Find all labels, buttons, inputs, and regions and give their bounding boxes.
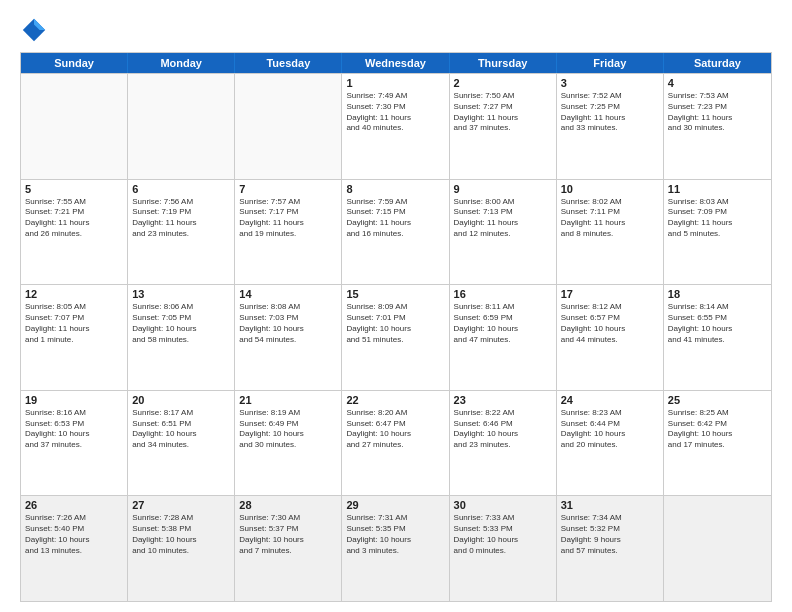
day-number: 6 xyxy=(132,183,230,195)
cell-info: Sunrise: 7:52 AM Sunset: 7:25 PM Dayligh… xyxy=(561,91,659,134)
day-number: 22 xyxy=(346,394,444,406)
calendar-cell: 19Sunrise: 8:16 AM Sunset: 6:53 PM Dayli… xyxy=(21,391,128,496)
cell-info: Sunrise: 7:30 AM Sunset: 5:37 PM Dayligh… xyxy=(239,513,337,556)
day-number: 21 xyxy=(239,394,337,406)
calendar-cell: 20Sunrise: 8:17 AM Sunset: 6:51 PM Dayli… xyxy=(128,391,235,496)
calendar-cell: 15Sunrise: 8:09 AM Sunset: 7:01 PM Dayli… xyxy=(342,285,449,390)
cell-info: Sunrise: 7:34 AM Sunset: 5:32 PM Dayligh… xyxy=(561,513,659,556)
cell-info: Sunrise: 7:33 AM Sunset: 5:33 PM Dayligh… xyxy=(454,513,552,556)
calendar-cell: 10Sunrise: 8:02 AM Sunset: 7:11 PM Dayli… xyxy=(557,180,664,285)
day-number: 20 xyxy=(132,394,230,406)
cell-info: Sunrise: 8:25 AM Sunset: 6:42 PM Dayligh… xyxy=(668,408,767,451)
calendar-cell xyxy=(664,496,771,601)
calendar-cell: 22Sunrise: 8:20 AM Sunset: 6:47 PM Dayli… xyxy=(342,391,449,496)
calendar-body: 1Sunrise: 7:49 AM Sunset: 7:30 PM Daylig… xyxy=(21,73,771,601)
calendar-cell xyxy=(128,74,235,179)
calendar-cell: 11Sunrise: 8:03 AM Sunset: 7:09 PM Dayli… xyxy=(664,180,771,285)
day-number: 28 xyxy=(239,499,337,511)
day-number: 4 xyxy=(668,77,767,89)
calendar-cell: 17Sunrise: 8:12 AM Sunset: 6:57 PM Dayli… xyxy=(557,285,664,390)
cell-info: Sunrise: 7:31 AM Sunset: 5:35 PM Dayligh… xyxy=(346,513,444,556)
cell-info: Sunrise: 8:06 AM Sunset: 7:05 PM Dayligh… xyxy=(132,302,230,345)
logo-icon xyxy=(20,16,48,44)
calendar-cell xyxy=(21,74,128,179)
cell-info: Sunrise: 8:16 AM Sunset: 6:53 PM Dayligh… xyxy=(25,408,123,451)
calendar-row-4: 26Sunrise: 7:26 AM Sunset: 5:40 PM Dayli… xyxy=(21,495,771,601)
cell-info: Sunrise: 7:56 AM Sunset: 7:19 PM Dayligh… xyxy=(132,197,230,240)
day-number: 18 xyxy=(668,288,767,300)
cell-info: Sunrise: 8:22 AM Sunset: 6:46 PM Dayligh… xyxy=(454,408,552,451)
header-day-sunday: Sunday xyxy=(21,53,128,73)
calendar-header: SundayMondayTuesdayWednesdayThursdayFrid… xyxy=(21,53,771,73)
cell-info: Sunrise: 7:53 AM Sunset: 7:23 PM Dayligh… xyxy=(668,91,767,134)
cell-info: Sunrise: 7:49 AM Sunset: 7:30 PM Dayligh… xyxy=(346,91,444,134)
calendar-cell: 9Sunrise: 8:00 AM Sunset: 7:13 PM Daylig… xyxy=(450,180,557,285)
day-number: 5 xyxy=(25,183,123,195)
cell-info: Sunrise: 7:50 AM Sunset: 7:27 PM Dayligh… xyxy=(454,91,552,134)
cell-info: Sunrise: 8:19 AM Sunset: 6:49 PM Dayligh… xyxy=(239,408,337,451)
cell-info: Sunrise: 8:09 AM Sunset: 7:01 PM Dayligh… xyxy=(346,302,444,345)
header-day-thursday: Thursday xyxy=(450,53,557,73)
calendar-cell: 21Sunrise: 8:19 AM Sunset: 6:49 PM Dayli… xyxy=(235,391,342,496)
calendar-cell: 31Sunrise: 7:34 AM Sunset: 5:32 PM Dayli… xyxy=(557,496,664,601)
cell-info: Sunrise: 8:20 AM Sunset: 6:47 PM Dayligh… xyxy=(346,408,444,451)
cell-info: Sunrise: 8:03 AM Sunset: 7:09 PM Dayligh… xyxy=(668,197,767,240)
day-number: 1 xyxy=(346,77,444,89)
calendar-cell: 1Sunrise: 7:49 AM Sunset: 7:30 PM Daylig… xyxy=(342,74,449,179)
day-number: 9 xyxy=(454,183,552,195)
calendar-cell: 25Sunrise: 8:25 AM Sunset: 6:42 PM Dayli… xyxy=(664,391,771,496)
logo xyxy=(20,16,52,44)
day-number: 23 xyxy=(454,394,552,406)
calendar-cell: 3Sunrise: 7:52 AM Sunset: 7:25 PM Daylig… xyxy=(557,74,664,179)
day-number: 29 xyxy=(346,499,444,511)
day-number: 19 xyxy=(25,394,123,406)
cell-info: Sunrise: 7:26 AM Sunset: 5:40 PM Dayligh… xyxy=(25,513,123,556)
day-number: 25 xyxy=(668,394,767,406)
calendar-cell: 27Sunrise: 7:28 AM Sunset: 5:38 PM Dayli… xyxy=(128,496,235,601)
cell-info: Sunrise: 7:57 AM Sunset: 7:17 PM Dayligh… xyxy=(239,197,337,240)
calendar-row-3: 19Sunrise: 8:16 AM Sunset: 6:53 PM Dayli… xyxy=(21,390,771,496)
cell-info: Sunrise: 8:14 AM Sunset: 6:55 PM Dayligh… xyxy=(668,302,767,345)
day-number: 11 xyxy=(668,183,767,195)
cell-info: Sunrise: 8:08 AM Sunset: 7:03 PM Dayligh… xyxy=(239,302,337,345)
day-number: 27 xyxy=(132,499,230,511)
calendar-cell: 6Sunrise: 7:56 AM Sunset: 7:19 PM Daylig… xyxy=(128,180,235,285)
calendar-row-1: 5Sunrise: 7:55 AM Sunset: 7:21 PM Daylig… xyxy=(21,179,771,285)
calendar: SundayMondayTuesdayWednesdayThursdayFrid… xyxy=(20,52,772,602)
day-number: 15 xyxy=(346,288,444,300)
day-number: 13 xyxy=(132,288,230,300)
day-number: 17 xyxy=(561,288,659,300)
day-number: 12 xyxy=(25,288,123,300)
day-number: 14 xyxy=(239,288,337,300)
calendar-cell: 24Sunrise: 8:23 AM Sunset: 6:44 PM Dayli… xyxy=(557,391,664,496)
calendar-cell: 14Sunrise: 8:08 AM Sunset: 7:03 PM Dayli… xyxy=(235,285,342,390)
day-number: 16 xyxy=(454,288,552,300)
calendar-cell: 12Sunrise: 8:05 AM Sunset: 7:07 PM Dayli… xyxy=(21,285,128,390)
calendar-cell: 5Sunrise: 7:55 AM Sunset: 7:21 PM Daylig… xyxy=(21,180,128,285)
header-day-saturday: Saturday xyxy=(664,53,771,73)
calendar-cell: 29Sunrise: 7:31 AM Sunset: 5:35 PM Dayli… xyxy=(342,496,449,601)
header-day-tuesday: Tuesday xyxy=(235,53,342,73)
calendar-cell: 26Sunrise: 7:26 AM Sunset: 5:40 PM Dayli… xyxy=(21,496,128,601)
calendar-cell: 18Sunrise: 8:14 AM Sunset: 6:55 PM Dayli… xyxy=(664,285,771,390)
cell-info: Sunrise: 8:02 AM Sunset: 7:11 PM Dayligh… xyxy=(561,197,659,240)
calendar-row-0: 1Sunrise: 7:49 AM Sunset: 7:30 PM Daylig… xyxy=(21,73,771,179)
cell-info: Sunrise: 7:59 AM Sunset: 7:15 PM Dayligh… xyxy=(346,197,444,240)
calendar-cell: 16Sunrise: 8:11 AM Sunset: 6:59 PM Dayli… xyxy=(450,285,557,390)
day-number: 30 xyxy=(454,499,552,511)
day-number: 2 xyxy=(454,77,552,89)
day-number: 7 xyxy=(239,183,337,195)
day-number: 3 xyxy=(561,77,659,89)
header-day-friday: Friday xyxy=(557,53,664,73)
day-number: 10 xyxy=(561,183,659,195)
calendar-cell: 13Sunrise: 8:06 AM Sunset: 7:05 PM Dayli… xyxy=(128,285,235,390)
calendar-cell: 4Sunrise: 7:53 AM Sunset: 7:23 PM Daylig… xyxy=(664,74,771,179)
calendar-cell: 7Sunrise: 7:57 AM Sunset: 7:17 PM Daylig… xyxy=(235,180,342,285)
calendar-row-2: 12Sunrise: 8:05 AM Sunset: 7:07 PM Dayli… xyxy=(21,284,771,390)
header-day-monday: Monday xyxy=(128,53,235,73)
calendar-cell: 30Sunrise: 7:33 AM Sunset: 5:33 PM Dayli… xyxy=(450,496,557,601)
cell-info: Sunrise: 8:23 AM Sunset: 6:44 PM Dayligh… xyxy=(561,408,659,451)
cell-info: Sunrise: 7:55 AM Sunset: 7:21 PM Dayligh… xyxy=(25,197,123,240)
calendar-cell: 2Sunrise: 7:50 AM Sunset: 7:27 PM Daylig… xyxy=(450,74,557,179)
page: SundayMondayTuesdayWednesdayThursdayFrid… xyxy=(0,0,792,612)
